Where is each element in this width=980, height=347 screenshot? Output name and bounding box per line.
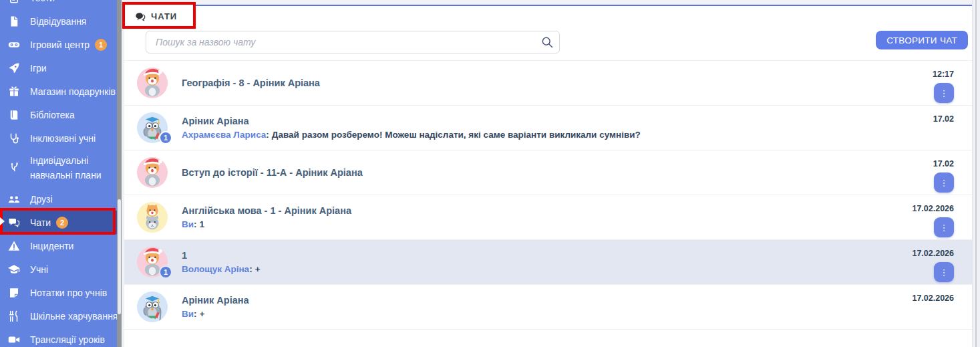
- avatar-image: [137, 157, 168, 188]
- avatar-image: [137, 68, 168, 98]
- chats-panel: ЧАТИ СТВОРИТИ ЧАТ Географія - 8 - Аріник…: [124, 5, 972, 347]
- chat-list: Географія - 8 - Аріник Аріана 12:17 ⋮ 1 …: [124, 60, 972, 330]
- chat-title: Вступ до історії - 11-А - Аріник Аріана: [182, 167, 363, 178]
- sidebar: Тести Відвідування Ігровий центр 1 Ігри …: [0, 0, 117, 347]
- double-cat-avatar: [137, 202, 168, 233]
- chat-list-item[interactable]: 1 Аріник Аріана Ахрамєєва Лариса:Давай р…: [124, 106, 972, 150]
- games-icon: [8, 62, 23, 74]
- unread-badge: 1: [159, 265, 172, 279]
- sidebar-item-tests[interactable]: Тести: [0, 0, 117, 9]
- sidebar-item-attendance[interactable]: Відвідування: [0, 9, 117, 33]
- game-center-icon: [8, 39, 23, 51]
- sidebar-scrollbar-thumb[interactable]: [118, 199, 121, 314]
- chat-sender: Ви: [182, 309, 194, 319]
- chat-title: 1: [182, 250, 261, 261]
- sidebar-item-lesson-broadcasts[interactable]: Трансляції уроків: [0, 328, 117, 347]
- chat-title: Англійська мова - 1 - Аріник Аріана: [182, 205, 351, 216]
- chat-title: Географія - 8 - Аріник Аріана: [182, 78, 320, 88]
- page-title: ЧАТИ: [151, 11, 177, 21]
- sidebar-item-gift-shop[interactable]: Магазин подарунків: [0, 80, 117, 103]
- individual-plans-icon: [8, 162, 23, 175]
- students-icon: [8, 263, 23, 275]
- tests-icon: [8, 0, 23, 4]
- chat-search: [146, 31, 560, 53]
- chat-title: Аріник Аріана: [182, 295, 249, 306]
- chat-timestamp: 17.02.2026: [912, 294, 954, 303]
- kebab-icon: ⋮: [940, 267, 949, 277]
- chat-list-item[interactable]: Вступ до історії - 11-А - Аріник Аріана …: [124, 150, 972, 195]
- chat-sender: Ви: [182, 219, 194, 229]
- chat-last-message-line: Ви:1: [182, 219, 351, 229]
- chat-last-message-line: Ви:+: [182, 309, 249, 319]
- chat-last-message: Давай разом розберемо! Можеш надіслати, …: [272, 130, 641, 140]
- sidebar-scrollbar[interactable]: [117, 0, 122, 347]
- sidebar-item-individual-plans[interactable]: Індивідуальні навчальні плани: [0, 150, 117, 187]
- chat-menu-button[interactable]: ⋮: [934, 262, 954, 282]
- sidebar-item-games[interactable]: Ігри: [0, 56, 117, 80]
- subtitle-separator: :: [194, 309, 197, 319]
- chat-list-item[interactable]: 1 1 Волощук Аріна:+ 17.02.2026 ⋮: [124, 240, 972, 285]
- sidebar-item-game-center[interactable]: Ігровий центр 1: [0, 33, 117, 56]
- chat-list-item[interactable]: Англійська мова - 1 - Аріник Аріана Ви:1…: [124, 195, 972, 240]
- inclusive-students-icon: [8, 132, 23, 144]
- sidebar-item-chats[interactable]: Чати 2: [0, 211, 117, 234]
- gift-shop-icon: [8, 86, 23, 98]
- chat-timestamp: 17.02: [933, 159, 954, 168]
- lesson-broadcasts-icon: [8, 334, 23, 346]
- sidebar-badge: 1: [95, 39, 107, 51]
- subtitle-separator: :: [194, 219, 197, 229]
- chat-timestamp: 17.02.2026: [912, 249, 954, 258]
- avatar-image: [137, 292, 168, 322]
- sidebar-item-school-meals[interactable]: Шкільне харчування: [0, 304, 117, 328]
- chat-sender: Ахрамєєва Лариса: [182, 130, 266, 140]
- sidebar-item-student-notes[interactable]: Нотатки про учнів: [0, 281, 117, 304]
- santa-cat-avatar: [137, 157, 168, 188]
- unread-badge: 1: [159, 131, 172, 144]
- kebab-icon: ⋮: [940, 88, 949, 98]
- sidebar-item-students[interactable]: Учні: [0, 257, 117, 281]
- santa-cat-avatar: [137, 68, 168, 98]
- chat-last-message: +: [255, 264, 261, 274]
- page-scrollbar[interactable]: [972, 0, 980, 347]
- owl-avatar: 1: [137, 112, 168, 143]
- student-notes-icon: [8, 287, 23, 299]
- chat-menu-button[interactable]: ⋮: [934, 172, 954, 193]
- chat-sender: Волощук Аріна: [182, 264, 249, 274]
- chat-bubble-icon: [135, 11, 146, 22]
- sidebar-item-inclusive-students[interactable]: Інклюзивні учні: [0, 126, 117, 150]
- active-item-arrow-icon: [0, 217, 5, 225]
- tab-chats[interactable]: ЧАТИ: [124, 5, 194, 28]
- chat-menu-button[interactable]: ⋮: [934, 217, 954, 237]
- avatar-image: [137, 202, 168, 233]
- subtitle-separator: :: [249, 264, 253, 274]
- chat-timestamp: 12:17: [933, 70, 954, 79]
- kebab-icon: ⋮: [940, 178, 949, 188]
- chat-menu-button[interactable]: ⋮: [934, 83, 954, 103]
- attendance-icon: [8, 15, 23, 27]
- chat-title: Аріник Аріана: [182, 116, 641, 126]
- santa-cat-avatar: 1: [137, 247, 168, 277]
- sidebar-item-library[interactable]: Бібліотека: [0, 103, 117, 126]
- create-chat-button[interactable]: СТВОРИТИ ЧАТ: [876, 31, 968, 49]
- chat-last-message-line: Ахрамєєва Лариса:Давай разом розберемо! …: [182, 130, 641, 140]
- search-icon[interactable]: [540, 35, 554, 49]
- sidebar-nav-list: Тести Відвідування Ігровий центр 1 Ігри …: [0, 0, 117, 347]
- page-scrollbar-thumb[interactable]: [975, 0, 977, 347]
- sidebar-item-friends[interactable]: Друзі: [0, 187, 117, 211]
- sidebar-item-incidents[interactable]: Інциденти: [0, 234, 117, 257]
- owl-avatar: [137, 292, 168, 322]
- sidebar-badge: 2: [56, 217, 68, 229]
- chat-last-message-line: Волощук Аріна:+: [182, 264, 261, 274]
- chat-list-item[interactable]: Аріник Аріана Ви:+ 17.02.2026: [124, 285, 972, 330]
- chat-list-item[interactable]: Географія - 8 - Аріник Аріана 12:17 ⋮: [124, 61, 972, 106]
- chat-last-message: 1: [200, 219, 205, 229]
- search-input[interactable]: [146, 31, 560, 53]
- library-icon: [8, 109, 23, 121]
- chat-timestamp: 17.02.2026: [912, 204, 954, 213]
- incidents-icon: [8, 240, 23, 252]
- chat-timestamp: 17.02: [933, 114, 954, 124]
- school-meals-icon: [8, 310, 23, 322]
- chat-last-message: +: [200, 309, 205, 319]
- subtitle-separator: :: [266, 130, 269, 140]
- chats-icon: [8, 217, 23, 229]
